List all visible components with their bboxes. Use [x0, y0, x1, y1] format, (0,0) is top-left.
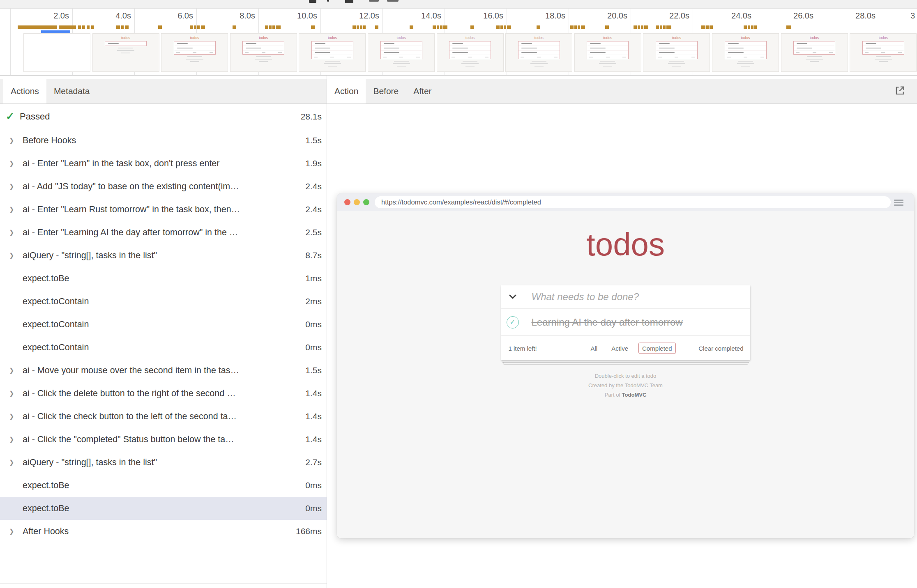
toggle-all-chevron-icon[interactable] [509, 294, 517, 299]
film-strip-thumbnail[interactable]: todos [781, 33, 848, 72]
timeline-marker [443, 25, 447, 29]
timeline-marker [663, 25, 666, 29]
url-bar[interactable]: https://todomvc.com/examples/react/dist/… [375, 196, 891, 208]
timeline-marker [116, 25, 120, 29]
action-row[interactable]: ❯ai - Click the check button to the left… [0, 405, 327, 428]
todo-item[interactable]: ✓ Learning AI the day after tomorrow [501, 308, 750, 335]
action-duration: 0ms [305, 480, 322, 490]
film-strip-thumbnail[interactable]: todos [505, 33, 572, 72]
film-strip-thumbnail[interactable]: todos [712, 33, 779, 72]
action-row[interactable]: ❯ai - Click the delete button to the rig… [0, 382, 327, 405]
timeline-gridline [10, 9, 11, 75]
test-total-duration: 28.1s [301, 112, 322, 122]
left-tabbar: ActionsMetadata [0, 79, 327, 104]
mini-footer [449, 55, 491, 59]
timeline-marker [710, 25, 713, 29]
todo-footer: 1 item left! AllActiveCompleted Clear co… [501, 335, 750, 360]
action-duration: 1.9s [305, 158, 322, 168]
timeline-marker [666, 25, 671, 29]
panel-bottom-divider [0, 583, 327, 583]
todo-complete-check-icon[interactable]: ✓ [507, 316, 519, 328]
action-row[interactable]: expect.toContain0ms [0, 336, 327, 359]
film-strip-thumbnail[interactable]: todos [368, 33, 435, 72]
action-row[interactable]: ❯ai - Click the "completed" Status butto… [0, 428, 327, 451]
action-row[interactable]: ❯ai - Add "JS today" to base on the exis… [0, 175, 327, 198]
mini-todo-item [725, 46, 766, 50]
tab-metadata[interactable]: Metadata [46, 79, 97, 103]
film-strip-thumbnail[interactable]: todos [161, 33, 228, 72]
tab-before[interactable]: Before [366, 79, 406, 103]
action-row[interactable]: ❯ai - Enter "Learn Rust tomorrow" in the… [0, 198, 327, 221]
action-row[interactable]: ❯ai - Enter "Learn" in the task box, don… [0, 152, 327, 175]
mini-todo-card [725, 41, 767, 59]
filter-active[interactable]: Active [608, 342, 632, 354]
film-strip-thumbnail[interactable]: todos [850, 33, 917, 72]
clipped-title-glyph [327, 0, 329, 2]
timeline[interactable]: 2.0s4.0s6.0s8.0s10.0s12.0s14.0s16.0s18.0… [0, 9, 917, 76]
timeline-tick-label: 12.0s [345, 11, 379, 21]
action-row[interactable]: ❯aiQuery - "string[], tasks in the list"… [0, 451, 327, 474]
mini-todo-card [174, 41, 216, 55]
action-row[interactable]: expect.toContain0ms [0, 313, 327, 336]
mini-footer [863, 50, 904, 54]
action-snapshot-browser-window: https://todomvc.com/examples/react/dist/… [337, 193, 914, 538]
chevron-right-icon: ❯ [9, 206, 23, 213]
film-strip-thumbnail[interactable] [23, 33, 90, 72]
timeline-tick-label: 3 [910, 11, 917, 21]
action-row[interactable]: ❯ai - Enter "Learning AI the day after t… [0, 221, 327, 244]
mini-input-row [656, 41, 697, 46]
film-strip-thumbnail[interactable]: todos [574, 33, 641, 72]
action-duration: 2.5s [305, 227, 322, 237]
action-row[interactable]: expect.toBe1ms [0, 267, 327, 290]
filter-all[interactable]: All [587, 342, 601, 354]
action-duration: 1.4s [305, 411, 322, 421]
mini-input-row [449, 41, 491, 46]
timeline-marker [641, 25, 643, 29]
action-label: Before Hooks [23, 136, 305, 146]
film-strip-thumbnail[interactable]: todos [643, 33, 710, 72]
film-strip-thumbnail[interactable]: todos [92, 33, 159, 72]
timeline-tick-label: 16.0s [469, 11, 503, 21]
chevron-right-icon: ❯ [9, 229, 23, 236]
action-label: expect.toContain [23, 342, 305, 353]
timeline-marker [276, 25, 281, 29]
open-external-icon[interactable] [893, 85, 906, 98]
action-row[interactable]: ❯aiQuery - "string[], tasks in the list"… [0, 244, 327, 267]
timeline-marker [570, 25, 574, 29]
mini-todo-item [794, 46, 835, 50]
mini-todo-item [656, 46, 697, 50]
timeline-marker [18, 25, 57, 29]
action-row[interactable]: expect.toBe0ms [0, 474, 327, 497]
timeline-tick-label: 14.0s [407, 11, 441, 21]
mini-todos-title: todos [93, 36, 159, 40]
timeline-marker [360, 25, 362, 29]
mini-info-lines [93, 48, 159, 53]
film-strip-thumbnail[interactable]: todos [299, 33, 366, 72]
action-row[interactable]: ❯After Hooks166ms [0, 520, 327, 543]
timeline-tick-label: 24.0s [717, 11, 751, 21]
mini-todo-card [656, 41, 698, 59]
new-todo-input[interactable]: What needs to be done? [501, 291, 639, 303]
mini-footer [725, 55, 766, 59]
mini-input-row [863, 41, 904, 46]
tab-after[interactable]: After [406, 79, 439, 103]
tab-actions[interactable]: Actions [3, 79, 46, 103]
chevron-right-icon: ❯ [9, 390, 23, 397]
mini-input-row [794, 41, 835, 46]
action-duration: 0ms [305, 319, 322, 329]
timeline-marker [269, 25, 272, 29]
clear-completed-button[interactable]: Clear completed [698, 345, 743, 351]
action-row[interactable]: expect.toContain2ms [0, 290, 327, 313]
action-row[interactable]: expect.toBe0ms [0, 497, 327, 520]
filter-completed[interactable]: Completed [638, 342, 676, 354]
action-row[interactable]: ❯ai - Move your mouse over the second it… [0, 359, 327, 382]
menu-icon[interactable] [894, 200, 903, 207]
tab-action[interactable]: Action [327, 79, 366, 103]
mini-todo-item [725, 50, 766, 55]
action-duration: 166ms [296, 526, 322, 536]
film-strip-thumbnail[interactable]: todos [230, 33, 297, 72]
action-row[interactable]: ❯Before Hooks1.5s [0, 129, 327, 152]
trace-viewer: 2.0s4.0s6.0s8.0s10.0s12.0s14.0s16.0s18.0… [0, 0, 917, 588]
mini-todo-card [587, 41, 629, 59]
film-strip-thumbnail[interactable]: todos [437, 33, 504, 72]
